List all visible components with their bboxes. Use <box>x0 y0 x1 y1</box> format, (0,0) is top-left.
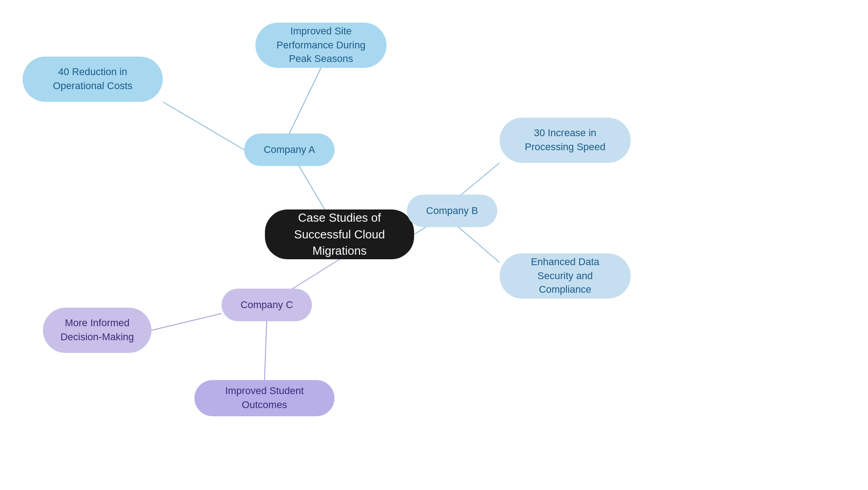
improved-site-label: Improved Site Performance During Peak Se… <box>268 24 374 66</box>
processing-label: 30 Increase in Processing Speed <box>512 126 618 154</box>
decision-node: More Informed Decision-Making <box>43 308 151 353</box>
svg-line-7 <box>151 314 222 330</box>
student-label: Improved Student Outcomes <box>207 384 322 412</box>
reduction-label: 40 Reduction in Operational Costs <box>35 65 150 93</box>
company-c-node[interactable]: Company C <box>222 289 312 321</box>
processing-node: 30 Increase in Processing Speed <box>500 118 631 163</box>
decision-label: More Informed Decision-Making <box>56 316 139 344</box>
center-node: Case Studies of Successful Cloud Migrati… <box>265 209 414 259</box>
security-label: Enhanced Data Security and Compliance <box>512 255 618 297</box>
reduction-node: 40 Reduction in Operational Costs <box>23 57 163 102</box>
svg-line-1 <box>289 68 321 133</box>
security-node: Enhanced Data Security and Compliance <box>500 253 631 299</box>
company-b-label: Company B <box>426 204 478 218</box>
center-label: Case Studies of Successful Cloud Migrati… <box>278 209 401 259</box>
improved-site-node: Improved Site Performance During Peak Se… <box>255 23 387 68</box>
svg-line-2 <box>163 102 244 150</box>
company-a-label: Company A <box>264 143 315 157</box>
company-b-node[interactable]: Company B <box>407 195 497 227</box>
student-node: Improved Student Outcomes <box>194 380 335 416</box>
svg-line-5 <box>452 222 500 262</box>
company-a-node[interactable]: Company A <box>244 133 335 166</box>
company-c-label: Company C <box>241 298 293 312</box>
svg-line-8 <box>264 321 267 380</box>
